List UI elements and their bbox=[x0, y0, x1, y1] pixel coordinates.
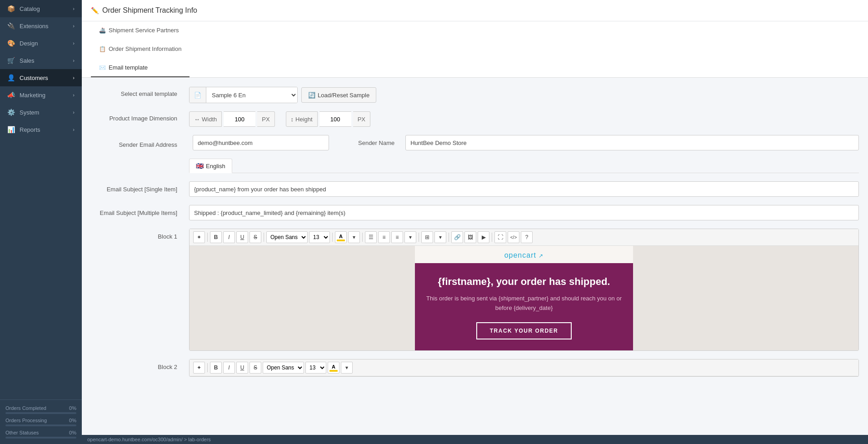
ordered-list-btn[interactable]: ≡ bbox=[378, 231, 390, 243]
banner-subtitle: This order is being sent via {shipment_p… bbox=[426, 294, 622, 313]
preview-center: opencart ↗ {firstname}, your order has s… bbox=[415, 246, 633, 350]
italic-btn[interactable]: I bbox=[223, 231, 235, 243]
b2-color-dropdown-btn[interactable]: ▾ bbox=[341, 362, 353, 374]
width-px-label: PX bbox=[257, 111, 274, 127]
magic-btn[interactable]: ✦ bbox=[193, 231, 205, 243]
height-input[interactable] bbox=[319, 111, 351, 127]
content-area: Select email template 📄 Sample 6 En 🔄 Lo… bbox=[82, 78, 868, 435]
reload-icon: 🔄 bbox=[308, 92, 315, 99]
sidebar-item-sales[interactable]: 🛒 Sales › bbox=[0, 52, 82, 69]
font-family-select[interactable]: Open Sans bbox=[266, 231, 308, 243]
email-template-select-wrapper[interactable]: 📄 Sample 6 En bbox=[189, 87, 298, 103]
stat-label-text: Other Statuses bbox=[5, 430, 39, 435]
design-icon: 🎨 bbox=[7, 40, 15, 47]
sidebar-item-extensions[interactable]: 🔌 Extensions › bbox=[0, 17, 82, 35]
help-btn[interactable]: ? bbox=[521, 231, 533, 243]
link-btn[interactable]: 🔗 bbox=[451, 231, 463, 243]
stat-label-text: Orders Completed bbox=[5, 405, 46, 411]
catalog-icon: 📦 bbox=[7, 5, 15, 12]
email-subject-multiple-input[interactable] bbox=[189, 205, 859, 220]
statusbar: opencart-demo.huntbee.com/oc300/admin/ >… bbox=[82, 435, 868, 444]
block1-label: Block 1 bbox=[91, 229, 182, 240]
stat-row: Orders Completed 0% bbox=[0, 404, 82, 416]
block1-editor: ✦ B I U S Open Sans 13 A bbox=[189, 229, 859, 351]
table-btn[interactable]: ⊞ bbox=[421, 231, 433, 243]
template-select-icon: 📄 bbox=[190, 87, 206, 103]
table-dropdown-btn[interactable]: ▾ bbox=[434, 231, 446, 243]
statusbar-url: opencart-demo.huntbee.com/oc300/admin/ >… bbox=[87, 437, 211, 442]
font-size-select[interactable]: 13 bbox=[309, 231, 330, 243]
sender-row: Sender Email Address Sender Name bbox=[91, 135, 859, 150]
width-label: ↔ Width bbox=[189, 111, 222, 127]
marketing-chevron: › bbox=[73, 92, 75, 98]
customers-icon: 👤 bbox=[7, 74, 15, 81]
toolbar-divider-6 bbox=[449, 233, 449, 242]
toolbar-divider-1 bbox=[207, 233, 208, 242]
opencart-text: opencart bbox=[504, 251, 536, 259]
sidebar-item-customers[interactable]: 👤 Customers › bbox=[0, 69, 82, 86]
fullscreen-btn[interactable]: ⛶ bbox=[494, 231, 506, 243]
page-header: ✏️ Order Shipment Tracking Info bbox=[82, 0, 868, 21]
sidebar-item-reports[interactable]: 📊 Reports › bbox=[0, 121, 82, 138]
block2-editor: ✦ B I U S Open Sans 13 A bbox=[189, 359, 859, 377]
color-indicator bbox=[337, 239, 345, 241]
color-dropdown-btn[interactable]: ▾ bbox=[348, 231, 360, 243]
shipment-partners-tab-icon: 🚢 bbox=[99, 27, 106, 34]
email-subject-single-input[interactable] bbox=[189, 181, 859, 197]
b2-font-color-btn[interactable]: A bbox=[328, 362, 339, 374]
shipment-partners-tab-label: Shipment Service Partners bbox=[109, 27, 179, 34]
sales-icon: 🛒 bbox=[7, 57, 15, 64]
sidebar-item-design[interactable]: 🎨 Design › bbox=[0, 35, 82, 52]
b2-font-family-select[interactable]: Open Sans bbox=[263, 362, 304, 374]
email-preview: opencart ↗ {firstname}, your order has s… bbox=[190, 246, 858, 350]
code-btn[interactable]: </> bbox=[508, 231, 519, 243]
sender-email-input[interactable] bbox=[193, 135, 329, 150]
strikethrough-btn[interactable]: S bbox=[249, 231, 261, 243]
align-dropdown-btn[interactable]: ▾ bbox=[404, 231, 416, 243]
b2-magic-btn[interactable]: ✦ bbox=[193, 362, 205, 374]
b2-italic-btn[interactable]: I bbox=[223, 362, 235, 374]
load-reset-button[interactable]: 🔄 Load/Reset Sample bbox=[301, 87, 376, 103]
email-template-select[interactable]: Sample 6 En bbox=[206, 87, 297, 103]
preview-side-right bbox=[633, 246, 858, 350]
unordered-list-btn[interactable]: ☰ bbox=[365, 231, 377, 243]
width-input[interactable] bbox=[224, 111, 255, 127]
b2-underline-btn[interactable]: U bbox=[236, 362, 248, 374]
system-chevron: › bbox=[73, 110, 75, 115]
customers-label: Customers bbox=[20, 75, 48, 81]
tab-email-template[interactable]: ✉️ Email template bbox=[91, 59, 190, 77]
align-btn[interactable]: ≡ bbox=[391, 231, 403, 243]
product-image-dimension-label: Product Image Dimension bbox=[91, 111, 182, 122]
tab-shipment-partners[interactable]: 🚢 Shipment Service Partners bbox=[91, 21, 190, 40]
sales-label: Sales bbox=[20, 57, 35, 64]
track-order-button[interactable]: TRACK YOUR ORDER bbox=[476, 322, 572, 339]
bold-btn[interactable]: B bbox=[210, 231, 222, 243]
preview-side-left bbox=[190, 246, 415, 350]
sidebar-item-marketing[interactable]: 📣 Marketing › bbox=[0, 86, 82, 104]
b2-bold-btn[interactable]: B bbox=[210, 362, 222, 374]
email-template-tab-icon: ✉️ bbox=[99, 65, 106, 71]
block1-row: Block 1 ✦ B I U S Open Sans 13 bbox=[91, 229, 859, 351]
sidebar-item-catalog[interactable]: 📦 Catalog › bbox=[0, 0, 82, 17]
sidebar-item-system[interactable]: ⚙️ System › bbox=[0, 104, 82, 121]
font-color-btn[interactable]: A bbox=[335, 231, 347, 243]
media-btn[interactable]: ▶ bbox=[478, 231, 489, 243]
logo-area: opencart ↗ bbox=[504, 246, 544, 263]
reports-icon: 📊 bbox=[7, 126, 15, 133]
language-tab-english[interactable]: 🇬🇧 English bbox=[189, 159, 232, 173]
main-content: ✏️ Order Shipment Tracking Info 🚢 Shipme… bbox=[82, 0, 868, 444]
opencart-arrow: ↗ bbox=[539, 253, 544, 259]
email-subject-multiple-label: Email Subject [Multiple Items] bbox=[91, 210, 182, 216]
extensions-chevron: › bbox=[73, 23, 75, 29]
sidebar: 📦 Catalog › 🔌 Extensions › 🎨 Design › 🛒 … bbox=[0, 0, 82, 444]
b2-divider-1 bbox=[207, 363, 208, 372]
height-group: ↕ Height PX bbox=[286, 111, 370, 127]
email-subject-multiple-row: Email Subject [Multiple Items] bbox=[91, 205, 859, 220]
sender-name-input[interactable] bbox=[405, 135, 859, 150]
height-label: ↕ Height bbox=[286, 111, 318, 127]
underline-btn[interactable]: U bbox=[236, 231, 248, 243]
tab-order-shipment-info[interactable]: 📋 Order Shipment Information bbox=[91, 40, 190, 59]
b2-strike-btn[interactable]: S bbox=[249, 362, 261, 374]
image-btn[interactable]: 🖼 bbox=[464, 231, 476, 243]
b2-font-size-select[interactable]: 13 bbox=[305, 362, 326, 374]
